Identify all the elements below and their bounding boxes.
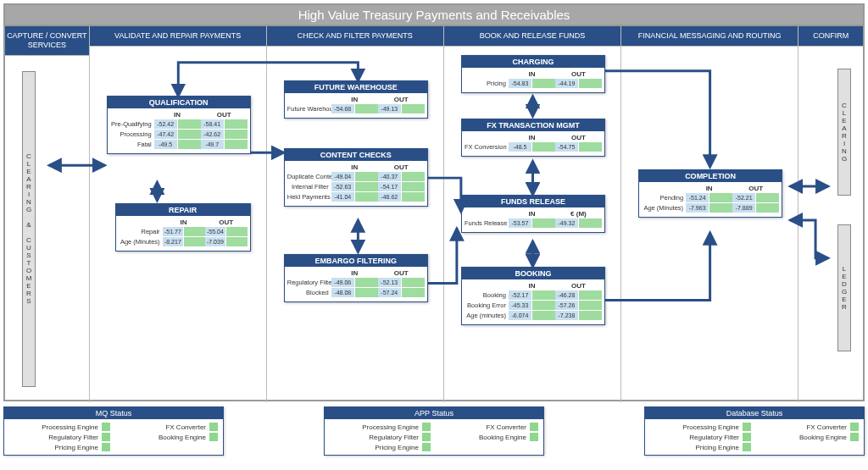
metric-label: Internal Filter [287, 183, 331, 191]
card-title: CONTENT CHECKS [285, 149, 427, 161]
metric-out-g [756, 193, 779, 202]
lane-head-check: CHECK AND FILTER PAYMENTS [267, 26, 443, 47]
metric-in-g [532, 311, 555, 320]
metric-label: Fatal [110, 141, 154, 148]
metric-label: Future Warehouse [287, 105, 331, 113]
metric-in: -54.68 [331, 104, 354, 113]
metric-out-g [756, 203, 779, 213]
metric-in-g [532, 142, 555, 152]
metric-label: Pre-Qualifying [110, 120, 154, 128]
metric-row: Booking-52.17-46.28 [465, 290, 602, 300]
metric-out: -49.7 [201, 140, 224, 149]
card-content-checks: CONTENT CHECKSINOUTDuplicate Content-49.… [284, 148, 428, 207]
status-indicator-icon [530, 433, 538, 441]
status-item-label: Pricing Engine [375, 444, 419, 451]
status-item: Booking Engine [117, 433, 218, 441]
metric-label: Pending [642, 194, 686, 202]
side-ledger: LEDGER [837, 224, 851, 351]
status-indicator-icon [422, 433, 431, 441]
lane-confirm: CONFIRM CLEARING LEDGER [798, 26, 863, 402]
metric-out-g [226, 237, 248, 246]
status-card-db: Database StatusProcessing EngineFX Conve… [644, 406, 865, 456]
metric-out: -49.13 [378, 104, 401, 113]
metric-out-g [402, 278, 425, 287]
metric-label: Processing [110, 130, 154, 138]
status-item: Pricing Engine [9, 443, 110, 451]
card-title: FUNDS RELEASE [462, 196, 604, 207]
status-item: FX Converter [117, 423, 218, 431]
page-title: High Value Treasury Payments and Receiva… [5, 5, 863, 26]
metric-row: Held Payments-41.04-48.62 [287, 192, 425, 202]
metric-out: -52.13 [378, 278, 401, 287]
card-completion: COMPLETIONINOUTPending-51.24-52.21Age (M… [638, 169, 782, 218]
metric-in: -51.77 [163, 227, 184, 236]
lane-validate: VALIDATE AND REPAIR PAYMENTS QUALIFICATI… [90, 26, 267, 402]
status-item-label: Processing Engine [362, 423, 419, 431]
metric-label: Held Payments [287, 193, 331, 201]
swimlanes: CAPTURE / CONVERT SERVICES CLEARING & CU… [5, 26, 863, 402]
metric-label: Booking Error [465, 301, 509, 309]
metric-out-g [402, 192, 425, 202]
card-title: FX TRANSACTION MGMT [462, 119, 604, 131]
status-item: Processing Engine [9, 423, 110, 431]
metric-out-g [402, 172, 425, 181]
metric-out-g [226, 227, 248, 236]
metric-row: Age (minutes)-6.074-7.238 [465, 311, 602, 320]
status-indicator-icon [209, 423, 218, 431]
status-indicator-icon [102, 433, 110, 441]
metric-row: Booking Error-45.33-57.26 [465, 301, 602, 310]
metric-in: -6.074 [509, 311, 531, 320]
status-item-label: Regulatory Filter [689, 434, 739, 441]
status-title: MQ Status [4, 407, 223, 419]
metric-in-g [709, 193, 732, 202]
status-item: Regulatory Filter [330, 433, 431, 441]
metric-label: Funds Release [465, 219, 509, 227]
metric-in-g [178, 119, 201, 129]
metric-row: Repair-51.77-55.04 [119, 227, 248, 236]
metric-out: -46.28 [555, 290, 578, 300]
metric-in-g [709, 203, 732, 213]
metric-row: Funds Release-53.57-49.32 [465, 218, 602, 228]
metric-in: -52.17 [509, 290, 531, 300]
metric-row: Age (Minutes)-7.963-7.889 [642, 203, 779, 213]
metric-row: Fatal-49.5-49.7 [110, 140, 248, 149]
card-title: QUALIFICATION [108, 97, 250, 108]
metric-in: -48.5 [509, 142, 531, 152]
metric-in: -49.5 [154, 140, 177, 149]
metric-label: Age (Minutes) [642, 204, 686, 212]
card-repair: REPAIRINOUTRepair-51.77-55.04Age (Minute… [115, 203, 251, 252]
metric-label: Regulatory Filter [287, 279, 331, 286]
status-item-label: FX Converter [806, 423, 847, 431]
status-indicator-icon [422, 443, 431, 451]
card-embargo: EMBARGO FILTERINGINOUTRegulatory Filter-… [284, 254, 428, 302]
status-item-label: Pricing Engine [54, 444, 98, 451]
metric-row: FX Conversion-48.5-54.75 [465, 142, 602, 152]
metric-in: -7.963 [686, 203, 709, 213]
card-qualification: QUALIFICATIONINOUTPre-Qualifying-52.42-5… [107, 96, 251, 154]
metric-out: -7.238 [555, 311, 578, 320]
status-item: Booking Engine [758, 433, 859, 441]
card-title: CHARGING [462, 56, 604, 68]
metric-out: -49.32 [555, 218, 578, 228]
metric-label: FX Conversion [465, 143, 509, 151]
metric-in-g [355, 288, 378, 297]
status-indicator-icon [850, 433, 859, 441]
metric-label: Pricing [465, 80, 509, 87]
lane-head-book: BOOK AND RELEASE FUNDS [444, 26, 620, 47]
lane-head-messaging: FINANCIAL MESSAGING AND ROUTING [621, 26, 798, 47]
metric-out-g [579, 311, 602, 320]
metric-in: -52.63 [331, 182, 354, 191]
metric-in: -49.06 [331, 278, 354, 287]
metric-out: -54.17 [378, 182, 401, 191]
lane-book: BOOK AND RELEASE FUNDS CHARGINGINOUTPric… [444, 26, 621, 402]
metric-out: -52.21 [732, 193, 755, 202]
metric-row: Age (Minutes)-8.217-7.039 [119, 237, 248, 246]
metric-label: Booking [465, 291, 509, 299]
status-item-label: Booking Engine [479, 434, 526, 441]
status-title: APP Status [325, 407, 543, 419]
metric-in-g [178, 130, 201, 139]
status-indicator-icon [850, 423, 859, 431]
lane-head-confirm: CONFIRM [798, 26, 863, 47]
metric-label: Duplicate Content [287, 173, 331, 180]
lane-messaging: FINANCIAL MESSAGING AND ROUTING COMPLETI… [621, 26, 798, 402]
